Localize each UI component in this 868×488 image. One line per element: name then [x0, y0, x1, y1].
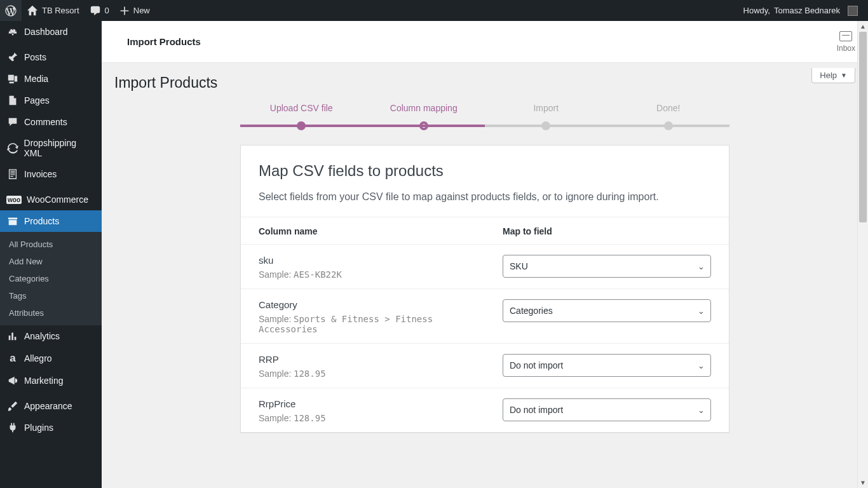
step-label: Done! [656, 103, 680, 113]
sidebar-item-label: Products [24, 216, 59, 226]
sidebar-item-analytics[interactable]: Analytics [0, 325, 102, 347]
submenu-all-products[interactable]: All Products [0, 236, 102, 253]
map-field-select[interactable]: SKU [503, 255, 711, 278]
submenu-tags[interactable]: Tags [0, 287, 102, 304]
home-icon [27, 5, 38, 17]
select-value: Do not import [510, 405, 563, 415]
sidebar-item-label: WooCommerce [27, 194, 88, 205]
table-row: RrpPrice Sample: 128.95 Do not import [241, 388, 729, 433]
map-field-select[interactable]: Do not import [503, 354, 711, 377]
sidebar-item-allegro[interactable]: a Allegro [0, 347, 102, 370]
sidebar-item-label: Analytics [24, 331, 60, 341]
column-name: RrpPrice [259, 398, 467, 409]
comments-link[interactable]: 0 [85, 0, 114, 21]
woo-icon: woo [6, 196, 22, 204]
analytics-icon [6, 330, 19, 342]
card-description: Select fields from your CSV file to map … [259, 191, 711, 203]
allegro-icon: a [6, 352, 19, 365]
refresh-icon [6, 142, 19, 154]
sidebar-item-label: Posts [24, 52, 46, 62]
table-row: sku Sample: AES-KB22K SKU ⌄ [241, 245, 729, 289]
sidebar-item-label: Comments [24, 117, 67, 127]
sidebar-item-label: Dropshipping XML [24, 138, 95, 158]
sample-label: Sample: [259, 413, 291, 423]
sidebar-item-label: Allegro [24, 353, 52, 363]
step-upload: Upload CSV file [240, 103, 363, 127]
sidebar-item-posts[interactable]: Posts [0, 46, 102, 68]
sidebar-item-dropshipping[interactable]: Dropshipping XML [0, 133, 102, 163]
comment-bubble-icon [90, 5, 101, 17]
sample-label: Sample: [259, 369, 291, 379]
scroll-up-arrow-icon[interactable]: ▲ [858, 21, 868, 32]
sample-value: 128.95 [294, 413, 326, 423]
inbox-icon [839, 31, 852, 41]
my-account-link[interactable]: Howdy, Tomasz Bednarek [738, 0, 863, 21]
scroll-down-arrow-icon[interactable]: ▼ [858, 477, 868, 488]
column-name: RRP [259, 354, 467, 365]
admin-toolbar: TB Resort 0 New Howdy, Tomasz Bednarek [0, 0, 868, 21]
map-to-header: Map to field [485, 217, 729, 245]
media-icon [6, 73, 19, 85]
table-row: RRP Sample: 128.95 Do not import [241, 344, 729, 388]
sidebar-item-label: Dashboard [24, 27, 68, 37]
sidebar-item-label: Appearance [24, 401, 72, 411]
sample-value: AES-KB22K [294, 269, 342, 280]
col-name-header: Column name [241, 217, 485, 245]
table-row: Category Sample: Sports & Fitness > Fitn… [241, 289, 729, 344]
pin-icon [6, 51, 19, 63]
sidebar-item-marketing[interactable]: Marketing [0, 370, 102, 391]
select-value: Do not import [510, 360, 563, 370]
avatar [848, 6, 858, 16]
sidebar-item-pages[interactable]: Pages [0, 90, 102, 111]
new-content-label: New [133, 6, 150, 15]
step-dot-icon [664, 121, 673, 130]
sidebar-item-label: Pages [24, 95, 50, 105]
inbox-label: Inbox [837, 44, 855, 53]
site-name-link[interactable]: TB Resort [22, 0, 85, 21]
plug-icon [6, 422, 19, 433]
invoice-icon [6, 168, 19, 180]
sidebar-item-media[interactable]: Media [0, 68, 102, 90]
sidebar-item-dashboard[interactable]: Dashboard [0, 21, 102, 43]
select-value: SKU [510, 261, 528, 271]
vertical-scrollbar[interactable]: ▲ ▼ [857, 21, 868, 488]
sample-label: Sample: [259, 269, 291, 280]
submenu-add-new[interactable]: Add New [0, 253, 102, 270]
wp-logo-menu[interactable] [0, 0, 22, 21]
page-icon [6, 95, 19, 106]
column-name: Category [259, 299, 467, 310]
sidebar-item-appearance[interactable]: Appearance [0, 395, 102, 417]
sidebar-item-comments[interactable]: Comments [0, 111, 102, 133]
megaphone-icon [6, 375, 19, 386]
user-display-name: Tomasz Bednarek [774, 6, 840, 15]
brush-icon [6, 400, 19, 412]
step-mapping: Column mapping [363, 103, 485, 127]
sidebar-item-plugins[interactable]: Plugins [0, 417, 102, 438]
howdy-prefix: Howdy, [743, 6, 770, 15]
dashboard-icon [6, 26, 19, 37]
products-submenu: All Products Add New Categories Tags Att… [0, 232, 102, 325]
sidebar-item-label: Plugins [24, 423, 53, 433]
map-field-select[interactable]: Categories [503, 299, 711, 322]
plus-icon [119, 6, 130, 16]
submenu-attributes[interactable]: Attributes [0, 304, 102, 322]
comment-icon [6, 116, 19, 128]
admin-sidebar: Dashboard Posts Media Pages Comments D [0, 21, 102, 488]
sidebar-item-woocommerce[interactable]: woo WooCommerce [0, 189, 102, 210]
sample-label: Sample: [259, 314, 291, 324]
step-label: Import [533, 103, 559, 113]
sample-value: 128.95 [294, 369, 326, 379]
inbox-button[interactable]: Inbox [837, 31, 855, 53]
new-content-link[interactable]: New [114, 0, 155, 21]
page-title: Import Products [114, 74, 855, 92]
map-field-select[interactable]: Do not import [503, 398, 711, 421]
scrollbar-thumb[interactable] [859, 32, 867, 222]
step-import: Import [485, 103, 607, 127]
step-label: Column mapping [390, 103, 458, 113]
sidebar-item-products[interactable]: Products [0, 210, 102, 232]
select-value: Categories [510, 306, 553, 316]
submenu-categories[interactable]: Categories [0, 270, 102, 287]
woocommerce-header: Import Products Inbox [102, 21, 868, 63]
sidebar-item-invoices[interactable]: Invoices [0, 163, 102, 185]
import-progress-steps: Upload CSV file Column mapping Import [240, 103, 729, 127]
